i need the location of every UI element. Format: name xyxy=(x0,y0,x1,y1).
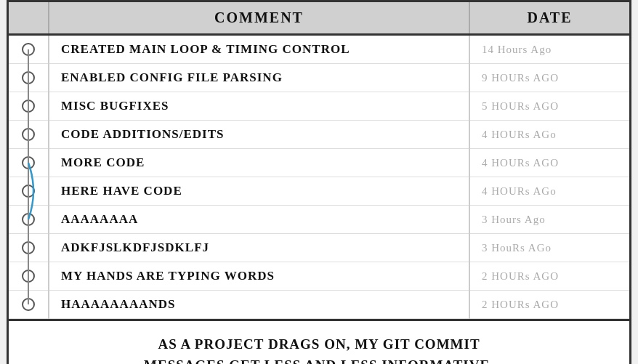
table-row: MY HANDS ARE TYPING WORDS2 HOURs AGO xyxy=(9,262,629,291)
circle-cell xyxy=(9,121,49,149)
circle-cell xyxy=(9,234,49,262)
table-row: CODE ADDITIONS/EDITS4 HOURs AGo xyxy=(9,121,629,149)
circle-cell xyxy=(9,262,49,291)
commit-comment: HAAAAAAAANDS xyxy=(49,291,469,319)
commit-date: 4 HOURs AGo xyxy=(469,177,629,206)
circle-cell xyxy=(9,291,49,319)
circle-cell xyxy=(9,64,49,92)
commit-comment: HERE HAVE CODE xyxy=(49,177,469,206)
table-row: ENABLED CONFIG FILE PARSING9 HOURs AGO xyxy=(9,64,629,92)
commit-date: 3 Hours Ago xyxy=(469,206,629,234)
caption: AS A PROJECT DRAGS ON, MY GIT COMMIT MES… xyxy=(9,321,629,364)
table-wrapper: COMMENT DATE CREATED MAIN LOOP & TIMING … xyxy=(9,2,629,321)
commit-circle xyxy=(22,185,35,198)
commit-circle xyxy=(22,71,35,84)
table-row: MISC BUGFIXES5 HOURs AGO xyxy=(9,92,629,121)
col-header-bullet xyxy=(9,2,49,35)
table-row: CREATED MAIN LOOP & TIMING CONTROL14 Hou… xyxy=(9,35,629,64)
commit-date: 2 HOURs AGO xyxy=(469,291,629,319)
commit-comment: ENABLED CONFIG FILE PARSING xyxy=(49,64,469,92)
table-row: HAAAAAAAANDS2 HOURs AGO xyxy=(9,291,629,319)
commit-date: 14 Hours Ago xyxy=(469,35,629,64)
commit-table: COMMENT DATE CREATED MAIN LOOP & TIMING … xyxy=(9,2,629,319)
table-row: AAAAAAAA3 Hours Ago xyxy=(9,206,629,234)
commit-date: 3 HouRs AGo xyxy=(469,234,629,262)
commit-comment: MORE CODE xyxy=(49,149,469,177)
caption-line2: MESSAGES GET LESS AND LESS INFORMATIVE. xyxy=(144,357,494,365)
commit-circle xyxy=(22,43,35,56)
commit-date: 4 HOURs AGO xyxy=(469,149,629,177)
commit-comment: AAAAAAAA xyxy=(49,206,469,234)
commit-comment: ADKFJSLKDFJSDKLFJ xyxy=(49,234,469,262)
commit-circle xyxy=(22,298,35,311)
table-row: ADKFJSLKDFJSDKLFJ3 HouRs AGo xyxy=(9,234,629,262)
col-header-date: DATE xyxy=(469,2,629,35)
commit-circle xyxy=(22,128,35,141)
comic-panel: COMMENT DATE CREATED MAIN LOOP & TIMING … xyxy=(7,0,631,364)
commit-circle xyxy=(22,213,35,226)
commit-circle xyxy=(22,156,35,169)
circle-cell xyxy=(9,35,49,64)
commit-date: 2 HOURs AGO xyxy=(469,262,629,291)
commit-circle xyxy=(22,241,35,254)
commit-date: 5 HOURs AGO xyxy=(469,92,629,121)
circle-cell xyxy=(9,206,49,234)
commit-date: 4 HOURs AGo xyxy=(469,121,629,149)
circle-cell xyxy=(9,149,49,177)
commit-circle xyxy=(22,100,35,113)
commit-circle xyxy=(22,270,35,283)
commit-comment: CODE ADDITIONS/EDITS xyxy=(49,121,469,149)
commit-comment: MISC BUGFIXES xyxy=(49,92,469,121)
circle-cell xyxy=(9,177,49,206)
commit-comment: MY HANDS ARE TYPING WORDS xyxy=(49,262,469,291)
circle-cell xyxy=(9,92,49,121)
commit-comment: CREATED MAIN LOOP & TIMING CONTROL xyxy=(49,35,469,64)
commit-date: 9 HOURs AGO xyxy=(469,64,629,92)
table-row: MORE CODE4 HOURs AGO xyxy=(9,149,629,177)
caption-line1: AS A PROJECT DRAGS ON, MY GIT COMMIT xyxy=(158,336,480,352)
col-header-comment: COMMENT xyxy=(49,2,469,35)
table-row: HERE HAVE CODE4 HOURs AGo xyxy=(9,177,629,206)
